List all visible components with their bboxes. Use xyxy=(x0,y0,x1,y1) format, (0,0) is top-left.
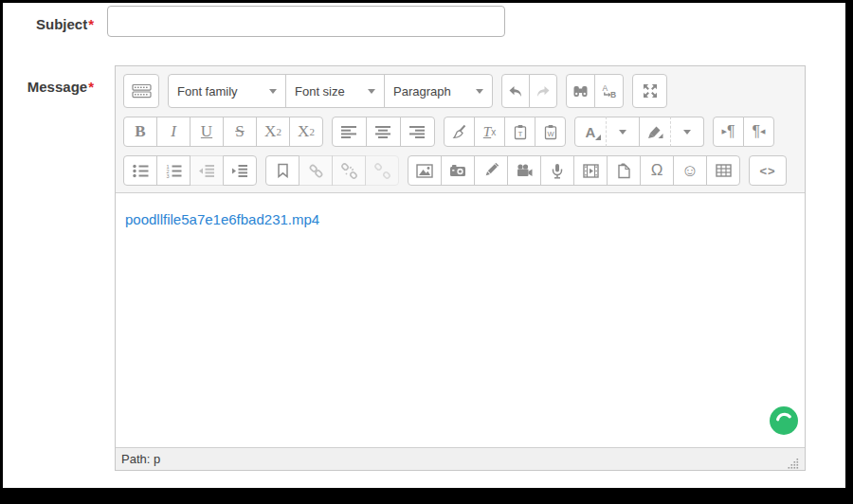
prevent-autolink-button[interactable] xyxy=(365,155,399,186)
microphone-icon xyxy=(551,163,564,179)
code-icon: <> xyxy=(759,164,775,178)
rtl-pilcrow-icon: ¶ xyxy=(753,124,761,139)
superscript-button[interactable]: X2 xyxy=(289,117,323,147)
italic-icon: I xyxy=(171,122,176,141)
record-video-button[interactable] xyxy=(507,155,541,186)
table-button[interactable] xyxy=(706,155,740,186)
insert-image-button[interactable] xyxy=(408,155,442,186)
emoticon-button[interactable]: ☺ xyxy=(673,155,707,186)
align-left-button[interactable] xyxy=(332,117,367,147)
bullet-list-button[interactable] xyxy=(123,155,157,186)
special-character-button[interactable]: Ω xyxy=(640,155,674,186)
toolbar-row-3: 1 2 3 xyxy=(123,155,797,186)
unlink-button[interactable] xyxy=(332,155,366,186)
table-icon xyxy=(716,164,732,177)
remove-format-button[interactable]: Tx xyxy=(474,117,505,147)
italic-button[interactable]: I xyxy=(156,117,191,147)
svg-text:W: W xyxy=(547,130,554,138)
cleanup-button[interactable] xyxy=(444,117,475,147)
subject-label: Subject* xyxy=(3,16,94,32)
record-audio-button[interactable] xyxy=(540,155,574,186)
highlighter-icon xyxy=(646,124,663,139)
find-replace-icon: A B xyxy=(600,83,618,99)
paste-text-icon: T xyxy=(513,124,528,140)
media-film-icon xyxy=(583,164,599,178)
required-asterisk: * xyxy=(88,79,94,95)
align-right-icon xyxy=(409,125,426,138)
superscript-icon: X xyxy=(298,122,309,141)
svg-text:3: 3 xyxy=(166,172,169,177)
strikethrough-button[interactable]: S xyxy=(223,117,257,147)
numbered-list-button[interactable]: 1 2 3 xyxy=(156,155,191,186)
chevron-down-icon xyxy=(619,130,626,135)
font-color-dropdown[interactable] xyxy=(606,117,640,147)
underline-icon: U xyxy=(201,122,212,141)
outdent-button[interactable] xyxy=(190,155,224,186)
chevron-down-icon xyxy=(368,89,375,94)
anchor-button[interactable] xyxy=(265,155,299,186)
chevron-down-icon xyxy=(683,130,691,135)
subject-input[interactable] xyxy=(107,6,505,37)
draw-button[interactable] xyxy=(474,155,508,186)
right-to-left-button[interactable]: ¶◀ xyxy=(743,117,774,147)
message-label-text: Message xyxy=(27,79,87,95)
strikethrough-icon: S xyxy=(235,122,244,141)
toolbar-row-2: B I U S X2 X2 xyxy=(123,117,797,147)
font-color-button[interactable]: A xyxy=(574,117,607,147)
screenshot-button[interactable] xyxy=(441,155,475,186)
subscript-number: 2 xyxy=(276,126,281,137)
paste-from-word-button[interactable]: W xyxy=(535,117,566,147)
spinner-icon xyxy=(770,406,798,435)
bold-icon: B xyxy=(135,122,145,141)
message-label: Message* xyxy=(3,79,94,95)
toggle-toolbar-icon xyxy=(132,83,152,99)
left-to-right-button[interactable]: ▶¶ xyxy=(713,117,744,147)
align-right-button[interactable] xyxy=(400,117,435,147)
manage-files-button[interactable] xyxy=(607,155,641,186)
redo-icon xyxy=(535,84,551,99)
paragraph-select[interactable]: Paragraph xyxy=(384,74,493,108)
toggle-toolbar-button[interactable] xyxy=(123,74,159,108)
editor-content-area[interactable]: poodllfile5a7e1e6fbad231.mp4 xyxy=(116,193,805,447)
remove-format-icon: T xyxy=(483,124,491,140)
ltr-pilcrow-icon: ¶ xyxy=(727,124,735,139)
cleanup-brush-icon xyxy=(452,124,467,139)
binoculars-search-icon xyxy=(572,84,589,99)
fullscreen-button[interactable] xyxy=(632,74,667,108)
chevron-down-icon xyxy=(269,89,277,94)
paste-as-text-button[interactable]: T xyxy=(504,117,535,147)
svg-text:T: T xyxy=(517,130,522,138)
font-color-icon: A xyxy=(586,125,596,139)
attachment-link[interactable]: poodllfile5a7e1e6fbad231.mp4 xyxy=(125,211,319,227)
superscript-number: 2 xyxy=(309,126,315,137)
outdent-icon xyxy=(198,164,215,178)
undo-button[interactable] xyxy=(501,74,530,108)
subscript-icon: X xyxy=(264,122,276,141)
toolbar-row-1: Font family Font size Paragraph xyxy=(123,74,797,108)
font-family-select[interactable]: Font family xyxy=(168,74,286,108)
font-size-select[interactable]: Font size xyxy=(285,74,385,108)
chevron-down-icon xyxy=(476,89,483,94)
resize-grip[interactable] xyxy=(787,458,799,470)
subscript-button[interactable]: X2 xyxy=(256,117,290,147)
insert-media-button[interactable] xyxy=(573,155,608,186)
redo-button[interactable] xyxy=(529,74,557,108)
image-icon xyxy=(416,164,433,178)
smiley-icon: ☺ xyxy=(681,162,699,179)
search-button[interactable] xyxy=(566,74,595,108)
align-center-button[interactable] xyxy=(366,117,401,147)
align-left-icon xyxy=(341,125,357,138)
underline-button[interactable]: U xyxy=(190,117,224,147)
indent-icon xyxy=(231,164,248,178)
indent-button[interactable] xyxy=(223,155,257,186)
find-replace-button[interactable]: A B xyxy=(594,74,624,108)
highlight-color-button[interactable] xyxy=(639,117,671,147)
source-code-button[interactable]: <> xyxy=(749,155,787,186)
bookmark-anchor-icon xyxy=(277,163,289,178)
bold-button[interactable]: B xyxy=(123,117,157,147)
link-button[interactable] xyxy=(299,155,333,186)
link-icon xyxy=(308,163,324,179)
highlight-color-dropdown[interactable] xyxy=(670,117,704,147)
subject-label-text: Subject xyxy=(36,16,87,32)
font-family-label: Font family xyxy=(177,84,238,99)
